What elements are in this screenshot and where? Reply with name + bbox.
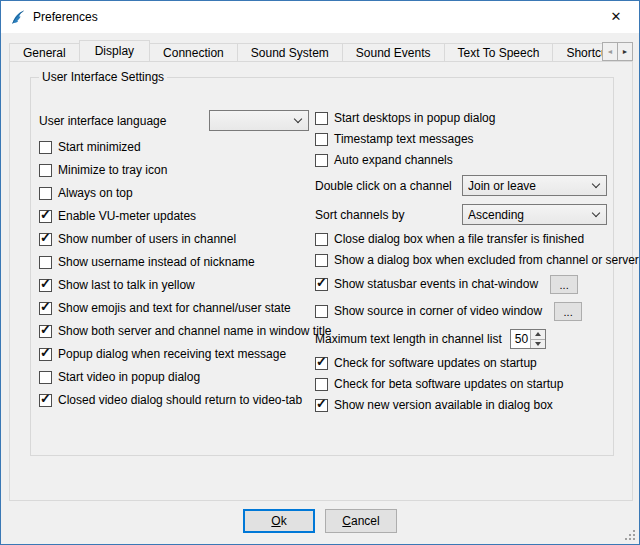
- double-click-row: Double click on a channel Join or leave: [315, 175, 607, 196]
- checkbox-minimize-to-tray[interactable]: Minimize to tray icon: [39, 164, 309, 177]
- checkbox-label: Show new version available in dialog box: [328, 399, 553, 412]
- checkbox-box: [39, 279, 52, 292]
- checkbox-box: [39, 348, 52, 361]
- checkbox-start-video-popup[interactable]: Start video in popup dialog: [39, 371, 309, 384]
- tab-connection[interactable]: Connection: [149, 43, 238, 61]
- statusbar-events-row: Show statusbar events in chat-window ...: [315, 275, 607, 294]
- max-text-length-spinner[interactable]: 50: [510, 329, 546, 349]
- tab-scroll-left-icon[interactable]: ◄: [602, 42, 618, 61]
- group-title: User Interface Settings: [39, 70, 167, 84]
- close-icon[interactable]: ✕: [593, 1, 639, 32]
- user-interface-settings-group: User Interface Settings User interface l…: [30, 70, 614, 456]
- max-text-length-label: Maximum text length in channel list: [315, 332, 502, 346]
- tab-text-to-speech[interactable]: Text To Speech: [444, 43, 554, 61]
- cancel-button[interactable]: Cancel: [325, 509, 397, 533]
- checkbox-label: Check for software updates on startup: [328, 357, 537, 370]
- checkbox-box: [39, 187, 52, 200]
- checkbox-box: [39, 164, 52, 177]
- checkbox-box: [315, 378, 328, 391]
- checkbox-update-check[interactable]: Check for software updates on startup: [315, 357, 607, 370]
- checkbox-label: Show both server and channel name in win…: [52, 325, 332, 338]
- checkbox-box: [39, 233, 52, 246]
- tab-general[interactable]: General: [9, 43, 80, 61]
- checkbox-box: [315, 305, 328, 318]
- checkbox-label: Minimize to tray icon: [52, 164, 167, 177]
- language-row: User interface language: [39, 110, 309, 131]
- checkbox-box: [315, 278, 328, 291]
- checkbox-new-version-dialog[interactable]: Show new version available in dialog box: [315, 399, 607, 412]
- language-combobox[interactable]: [209, 110, 309, 131]
- chevron-down-icon: [592, 179, 600, 187]
- checkbox-box: [315, 112, 328, 125]
- tab-bar: General Display Connection Sound System …: [9, 40, 633, 61]
- spinner-up-icon[interactable]: [531, 330, 545, 340]
- chevron-down-icon: [294, 114, 302, 122]
- checkbox-show-user-count[interactable]: Show number of users in channel: [39, 233, 309, 246]
- sort-channels-combobox[interactable]: Ascending: [462, 204, 607, 225]
- checkbox-vu-meter-updates[interactable]: Enable VU-meter updates: [39, 210, 309, 223]
- window-title: Preferences: [33, 10, 98, 24]
- ok-button[interactable]: Ok: [243, 509, 315, 533]
- max-text-length-row: Maximum text length in channel list 50: [315, 329, 607, 349]
- checkbox-label: Timestamp text messages: [328, 133, 474, 146]
- checkbox-excluded-dialog[interactable]: Show a dialog box when excluded from cha…: [315, 254, 607, 267]
- checkbox-close-on-transfer[interactable]: Close dialog box when a file transfer is…: [315, 233, 607, 246]
- checkbox-label: Enable VU-meter updates: [52, 210, 196, 223]
- tab-display[interactable]: Display: [79, 40, 150, 61]
- checkbox-popup-text-message[interactable]: Popup dialog when receiving text message: [39, 348, 309, 361]
- checkbox-label: Auto expand channels: [328, 154, 453, 167]
- double-click-value: Join or leave: [468, 179, 593, 193]
- checkbox-label: Start minimized: [52, 141, 141, 154]
- checkbox-auto-expand-channels[interactable]: Auto expand channels: [315, 154, 607, 167]
- tab-scroll-right-icon[interactable]: ►: [617, 42, 633, 61]
- tab-sound-system[interactable]: Sound System: [237, 43, 343, 61]
- chevron-down-icon: [592, 208, 600, 216]
- checkbox-label: Check for beta software updates on start…: [328, 378, 563, 391]
- checkbox-timestamp-messages[interactable]: Timestamp text messages: [315, 133, 607, 146]
- spinner-buttons: [530, 330, 545, 348]
- checkbox-start-minimized[interactable]: Start minimized: [39, 141, 309, 154]
- sort-channels-value: Ascending: [468, 208, 593, 222]
- footer-buttons: Ok Cancel: [1, 509, 639, 533]
- checkbox-emojis-text-state[interactable]: Show emojis and text for channel/user st…: [39, 302, 309, 315]
- double-click-combobox[interactable]: Join or leave: [462, 175, 607, 196]
- preferences-dialog: Preferences ✕ General Display Connection…: [0, 0, 640, 545]
- checkbox-statusbar-events[interactable]: Show statusbar events in chat-window: [315, 278, 538, 291]
- checkbox-label: Popup dialog when receiving text message: [52, 348, 286, 361]
- video-source-more-button[interactable]: ...: [554, 302, 582, 321]
- checkbox-box: [39, 210, 52, 223]
- titlebar: Preferences ✕: [1, 1, 639, 33]
- checkbox-box: [315, 357, 328, 370]
- sort-channels-label: Sort channels by: [315, 208, 404, 222]
- checkbox-desktops-popup[interactable]: Start desktops in popup dialog: [315, 112, 607, 125]
- checkbox-video-source-corner[interactable]: Show source in corner of video window: [315, 305, 542, 318]
- checkbox-box: [315, 399, 328, 412]
- ok-button-label: Ok: [245, 514, 313, 528]
- checkbox-label: Show a dialog box when excluded from cha…: [328, 254, 639, 267]
- checkbox-video-return-tab[interactable]: Closed video dialog should return to vid…: [39, 394, 309, 407]
- checkbox-last-talk-yellow[interactable]: Show last to talk in yellow: [39, 279, 309, 292]
- right-column: Start desktops in popup dialog Timestamp…: [315, 112, 607, 412]
- checkbox-box: [39, 302, 52, 315]
- checkbox-always-on-top[interactable]: Always on top: [39, 187, 309, 200]
- left-column: User interface language Start minimized …: [39, 110, 309, 407]
- checkbox-label: Show last to talk in yellow: [52, 279, 195, 292]
- checkbox-label: Show statusbar events in chat-window: [328, 278, 538, 291]
- checkbox-label: Show source in corner of video window: [328, 305, 542, 318]
- checkbox-box: [315, 254, 328, 267]
- checkbox-label: Show username instead of nickname: [52, 256, 255, 269]
- checkbox-server-channel-in-title[interactable]: Show both server and channel name in win…: [39, 325, 309, 338]
- checkbox-box: [315, 133, 328, 146]
- resize-grip[interactable]: [624, 529, 637, 542]
- display-tab-page: User Interface Settings User interface l…: [9, 61, 633, 501]
- checkbox-beta-update-check[interactable]: Check for beta software updates on start…: [315, 378, 607, 391]
- checkbox-username-instead-nickname[interactable]: Show username instead of nickname: [39, 256, 309, 269]
- tab-sound-events[interactable]: Sound Events: [342, 43, 445, 61]
- statusbar-events-more-button[interactable]: ...: [550, 275, 578, 294]
- sort-channels-row: Sort channels by Ascending: [315, 204, 607, 225]
- checkbox-box: [39, 394, 52, 407]
- spinner-down-icon[interactable]: [531, 340, 545, 349]
- checkbox-label: Start video in popup dialog: [52, 371, 200, 384]
- double-click-label: Double click on a channel: [315, 179, 452, 193]
- checkbox-label: Always on top: [52, 187, 133, 200]
